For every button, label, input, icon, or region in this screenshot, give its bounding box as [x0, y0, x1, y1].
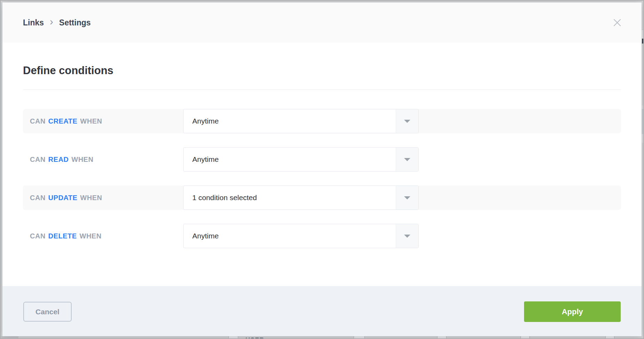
breadcrumb-settings[interactable]: Settings — [59, 18, 91, 27]
breadcrumb-chevron-icon: › — [50, 16, 53, 27]
background-text-fragment — [642, 39, 643, 44]
background-page-heading: Webhooks — [23, 0, 70, 2]
dropdown-selected-value: 1 condition selected — [184, 194, 257, 202]
chevron-down-icon — [396, 186, 418, 210]
background-table-cell — [229, 336, 238, 339]
chevron-down-icon — [396, 224, 418, 248]
modal-header: Links › Settings — [2, 2, 642, 43]
dropdown-selected-value: Anytime — [184, 117, 219, 125]
delete-when-dropdown[interactable]: Anytime — [183, 224, 419, 248]
background-column-border — [228, 336, 229, 339]
label-suffix: WHEN — [80, 117, 102, 125]
label-prefix: CAN — [30, 156, 46, 164]
close-icon — [613, 18, 621, 28]
divider — [23, 89, 621, 90]
label-prefix: CAN — [30, 194, 46, 202]
background-table-corner — [0, 336, 18, 339]
create-when-dropdown[interactable]: Anytime — [183, 109, 419, 133]
background-column-border — [530, 336, 530, 339]
label-suffix: WHEN — [72, 156, 94, 164]
modal-footer: Cancel Apply — [2, 286, 642, 336]
background-table-row — [642, 134, 644, 143]
label-action: DELETE — [48, 232, 77, 240]
background-column-border — [521, 336, 521, 339]
condition-rows: CAN CREATE WHEN Anytime CAN READ WHEN — [23, 109, 621, 262]
can-delete-label: CAN DELETE WHEN — [23, 232, 102, 240]
can-update-label: CAN UPDATE WHEN — [23, 194, 102, 202]
row-can-delete: CAN DELETE WHEN Anytime — [23, 224, 621, 248]
background-column-border — [364, 336, 365, 339]
read-when-dropdown[interactable]: Anytime — [183, 147, 419, 172]
row-can-read: CAN READ WHEN Anytime — [23, 147, 621, 172]
background-column-border — [614, 336, 614, 339]
settings-modal: Links › Settings Define conditions — [2, 2, 642, 336]
chevron-down-icon — [396, 148, 418, 171]
can-read-label: CAN READ WHEN — [23, 156, 94, 164]
row-can-update: CAN UPDATE WHEN 1 condition selected — [23, 186, 621, 210]
background-table-cell — [606, 336, 614, 339]
background-column-border — [354, 336, 354, 339]
background-table-row — [642, 109, 644, 134]
background-user-column-header: USER — [245, 337, 264, 339]
background-table-row — [642, 105, 644, 109]
background-column-border — [437, 336, 437, 339]
background-column-border — [446, 336, 446, 339]
background-table-cell — [521, 336, 529, 339]
background-table-cell — [354, 336, 364, 339]
update-when-dropdown[interactable]: 1 condition selected — [183, 186, 419, 210]
breadcrumb: Links › Settings — [23, 2, 91, 43]
dropdown-selected-value: Anytime — [184, 155, 219, 164]
screen: Webhooks USER Links › Settin — [0, 0, 644, 339]
modal-body: Define conditions CAN CREATE WHEN Anytim… — [2, 43, 642, 286]
label-suffix: WHEN — [80, 194, 102, 202]
background-page-right-edge — [642, 0, 644, 339]
cancel-button[interactable]: Cancel — [23, 302, 72, 322]
background-table-cell — [437, 336, 446, 339]
page-title: Define conditions — [23, 64, 113, 77]
background-column-border — [605, 336, 606, 339]
chevron-down-icon — [396, 109, 418, 133]
background-column-border — [238, 336, 238, 339]
label-action: CREATE — [48, 117, 78, 125]
row-can-create: CAN CREATE WHEN Anytime — [23, 109, 621, 133]
close-button[interactable] — [612, 18, 622, 28]
background-table-header: USER — [0, 336, 644, 339]
breadcrumb-links[interactable]: Links — [23, 18, 44, 27]
label-prefix: CAN — [30, 117, 46, 125]
label-suffix: WHEN — [80, 232, 102, 240]
label-action: UPDATE — [48, 194, 78, 202]
apply-button[interactable]: Apply — [524, 301, 621, 322]
dropdown-selected-value: Anytime — [184, 232, 219, 240]
label-prefix: CAN — [30, 232, 46, 240]
can-create-label: CAN CREATE WHEN — [23, 117, 102, 125]
label-action: READ — [48, 156, 69, 164]
